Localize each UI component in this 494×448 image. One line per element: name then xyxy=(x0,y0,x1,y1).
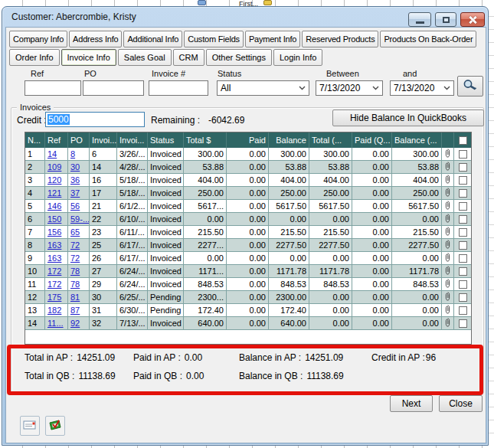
tab-additional-info[interactable]: Additional Info xyxy=(123,31,182,47)
select-all-checkbox[interactable] xyxy=(459,136,467,145)
ref-link[interactable]: 14 xyxy=(47,149,57,159)
paperclip-icon[interactable] xyxy=(445,266,450,276)
po-link[interactable]: 78 xyxy=(70,280,80,289)
row-checkbox[interactable] xyxy=(459,202,467,211)
row-checkbox[interactable] xyxy=(459,228,467,237)
row-checkbox[interactable] xyxy=(459,293,467,302)
hide-balance-button[interactable]: Hide Balance In QuickBooks xyxy=(332,110,484,126)
column-header-4[interactable]: Invoi... xyxy=(117,132,148,148)
po-link[interactable]: 65 xyxy=(70,227,80,237)
table-row[interactable]: 1411...92327/13/...Invoiced640.000.00640… xyxy=(25,317,471,330)
column-header-8[interactable]: Balance xyxy=(269,132,309,148)
tab-login-info[interactable]: Login Info xyxy=(273,49,322,66)
row-checkbox[interactable] xyxy=(459,254,467,263)
ref-input[interactable] xyxy=(25,80,81,96)
tab-other-settings[interactable]: Other Settings xyxy=(206,49,272,66)
tab-payment-info[interactable]: Payment Info xyxy=(245,31,300,47)
table-row[interactable]: 1117278296/24/...Invoiced848.530.00848.5… xyxy=(25,278,471,291)
column-header-7[interactable]: Paid xyxy=(227,132,269,148)
po-link[interactable]: 30 xyxy=(70,162,80,172)
table-row[interactable]: 514656216/1/2...Invoiced5617...0.005617.… xyxy=(25,200,471,213)
row-checkbox[interactable] xyxy=(459,150,467,159)
table-row[interactable]: 1318287316/30/...Pending172.400.00172.40… xyxy=(25,304,471,317)
search-button[interactable] xyxy=(457,76,483,96)
paperclip-icon[interactable] xyxy=(445,188,450,198)
ref-link[interactable]: 11... xyxy=(47,319,64,328)
row-checkbox[interactable] xyxy=(459,280,467,289)
ref-link[interactable]: 163 xyxy=(47,253,61,263)
close-dialog-button[interactable]: Close xyxy=(439,395,483,412)
ref-link[interactable]: 150 xyxy=(47,214,61,224)
paperclip-icon[interactable] xyxy=(445,214,450,224)
tab-custom-fields[interactable]: Custom Fields xyxy=(184,31,244,47)
status-dropdown[interactable]: All xyxy=(217,80,309,96)
credit-input[interactable]: 5000 xyxy=(45,112,145,127)
tab-invoice-info[interactable]: Invoice Info xyxy=(61,49,116,66)
table-row[interactable]: 1217581306/25/...Pending2300...0.002300.… xyxy=(25,291,471,304)
ref-link[interactable]: 163 xyxy=(47,240,61,250)
invoice-number-input[interactable] xyxy=(149,80,208,96)
paid-stamp-button[interactable] xyxy=(45,416,65,436)
table-row[interactable]: 615059-...226/10/...Invoiced0.000.000.00… xyxy=(25,213,471,226)
title-bar[interactable]: Customer: Abercrombie, Kristy xyxy=(2,7,488,27)
table-row[interactable]: 412137175/18/...Invoiced250.000.00250.00… xyxy=(25,187,471,200)
po-link[interactable]: 37 xyxy=(70,188,80,198)
column-header-1[interactable]: Ref xyxy=(45,132,68,148)
table-row[interactable]: 816372256/17/...Invoiced2277...0.002277.… xyxy=(25,239,471,252)
po-link[interactable]: 92 xyxy=(70,319,80,328)
table-row[interactable]: 1017278276/24/...Invoiced1171...0.001171… xyxy=(25,265,471,278)
ref-link[interactable]: 146 xyxy=(47,201,61,211)
paperclip-icon[interactable] xyxy=(445,201,450,211)
po-link[interactable]: 72 xyxy=(70,240,80,250)
column-header-10[interactable]: Paid (Q... xyxy=(352,132,392,148)
table-row[interactable]: 210930144/28/...Invoiced53.880.0053.8853… xyxy=(25,161,471,174)
paperclip-icon[interactable] xyxy=(445,240,450,250)
po-link[interactable]: 36 xyxy=(70,175,80,185)
po-link[interactable]: 8 xyxy=(70,149,75,159)
ref-link[interactable]: 172 xyxy=(47,267,61,276)
po-input[interactable] xyxy=(83,80,144,96)
maximize-button[interactable] xyxy=(435,12,456,27)
row-checkbox[interactable] xyxy=(459,306,467,315)
table-row[interactable]: 312036165/18/...Invoiced404.000.00404.00… xyxy=(25,174,471,187)
tab-products-on-back-order[interactable]: Products On Back-Order xyxy=(380,31,476,47)
memo-button[interactable] xyxy=(20,416,40,436)
tab-crm[interactable]: CRM xyxy=(173,49,204,66)
row-checkbox[interactable] xyxy=(459,163,467,172)
tab-order-info[interactable]: Order Info xyxy=(9,49,60,66)
tab-company-info[interactable]: Company Info xyxy=(9,31,67,47)
column-header-0[interactable]: N... xyxy=(25,132,45,148)
ref-link[interactable]: 172 xyxy=(47,280,61,289)
ref-link[interactable]: 175 xyxy=(47,293,61,302)
minimize-button[interactable] xyxy=(408,12,431,27)
paperclip-icon[interactable] xyxy=(445,292,450,302)
tab-address-info[interactable]: Address Info xyxy=(69,31,122,47)
paperclip-icon[interactable] xyxy=(445,162,450,172)
row-checkbox[interactable] xyxy=(459,189,467,198)
paperclip-icon[interactable] xyxy=(445,279,450,289)
close-button[interactable] xyxy=(460,12,485,27)
po-link[interactable]: 56 xyxy=(70,201,80,211)
tab-sales-goal[interactable]: Sales Goal xyxy=(118,49,172,66)
tab-reserved-products[interactable]: Reserved Products xyxy=(302,31,378,47)
between-date-dropdown[interactable]: 7/13/2020 xyxy=(316,80,383,96)
paperclip-icon[interactable] xyxy=(445,175,450,185)
row-checkbox[interactable] xyxy=(459,241,467,250)
ref-link[interactable]: 120 xyxy=(47,175,61,185)
po-link[interactable]: 72 xyxy=(70,253,80,263)
ref-link[interactable]: 156 xyxy=(47,227,61,237)
ref-link[interactable]: 121 xyxy=(47,188,61,198)
ref-link[interactable]: 182 xyxy=(47,306,61,315)
column-header-9[interactable]: Total (... xyxy=(309,132,352,148)
row-checkbox[interactable] xyxy=(459,176,467,185)
column-header-5[interactable]: Status xyxy=(148,132,184,148)
paperclip-icon[interactable] xyxy=(445,149,450,159)
po-link[interactable]: 81 xyxy=(70,293,80,302)
paperclip-icon[interactable] xyxy=(445,305,450,316)
column-header-11[interactable]: Balance (... xyxy=(392,132,442,148)
paperclip-icon[interactable] xyxy=(445,227,450,237)
po-link[interactable]: 78 xyxy=(70,267,80,276)
column-header-6[interactable]: Total $ xyxy=(184,132,227,148)
column-header-2[interactable]: PO xyxy=(68,132,90,148)
paperclip-icon[interactable] xyxy=(445,253,450,263)
